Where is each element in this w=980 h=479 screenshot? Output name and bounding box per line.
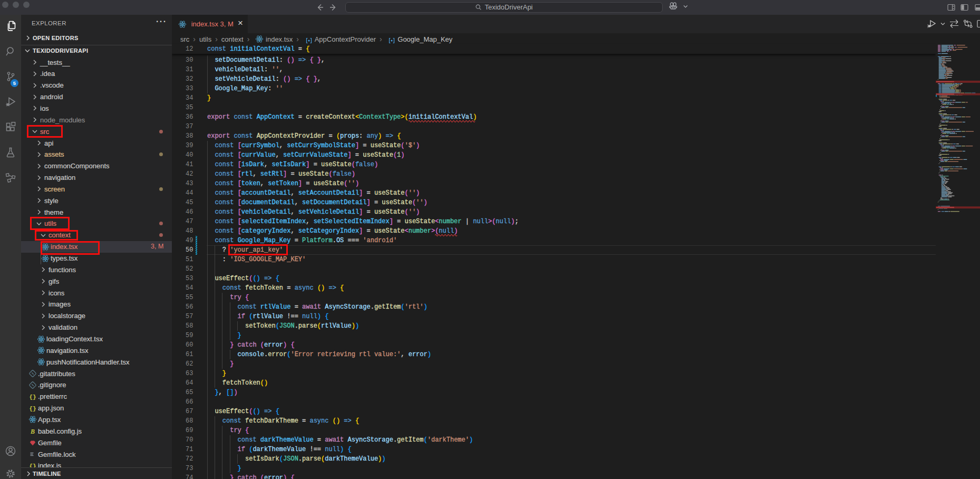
svg-text:{}: {} xyxy=(29,406,36,412)
svg-text:{}: {} xyxy=(29,394,36,400)
svg-text:B: B xyxy=(30,428,35,435)
